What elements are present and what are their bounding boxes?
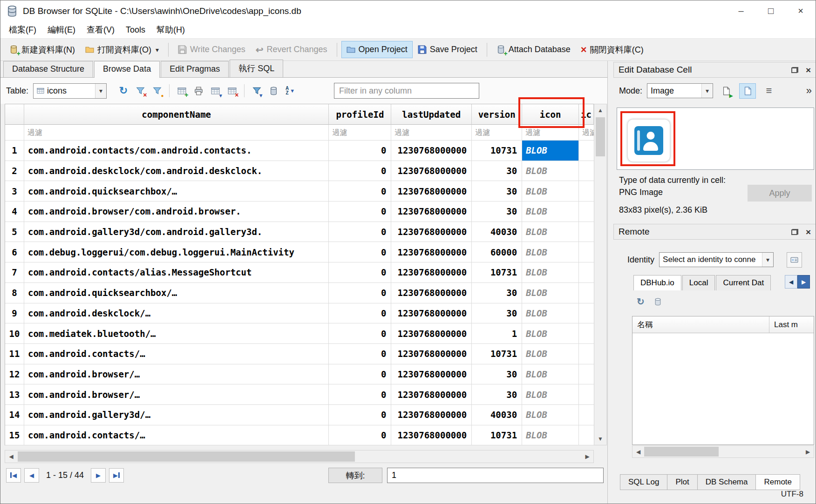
row-number[interactable]: 1 bbox=[5, 141, 24, 161]
tab-edit-pragmas[interactable]: Edit Pragmas bbox=[161, 61, 229, 77]
cell-overflow[interactable] bbox=[579, 303, 594, 324]
cell-lastupdated[interactable]: 1230768000000 bbox=[391, 242, 472, 262]
row-number[interactable]: 2 bbox=[5, 161, 24, 181]
column-header-profileid[interactable]: profileId bbox=[329, 104, 391, 125]
new-record-button[interactable]: + bbox=[173, 83, 190, 99]
tab-scroll-left-icon[interactable]: ◀ bbox=[785, 275, 797, 289]
cell-version[interactable]: 30 bbox=[472, 181, 522, 202]
vertical-scrollbar-thumb[interactable] bbox=[596, 117, 605, 156]
row-number[interactable]: 12 bbox=[5, 364, 24, 385]
scroll-right-icon[interactable]: ▶ bbox=[802, 446, 814, 457]
identity-select[interactable]: Select an identity to conne ▾ bbox=[659, 252, 774, 267]
table-select[interactable]: icons ▾ bbox=[33, 83, 107, 99]
cell-lastupdated[interactable]: 1230768000000 bbox=[391, 283, 472, 303]
dock-tab-remote[interactable]: Remote bbox=[755, 474, 800, 490]
sort-az-button[interactable]: AZ ▼ bbox=[282, 83, 299, 99]
cell-componentname[interactable]: com.android.contacts/alias.MessageShortc… bbox=[24, 262, 329, 283]
cell-lastupdated[interactable]: 1230768000000 bbox=[391, 425, 472, 446]
cell-icon[interactable]: BLOB bbox=[522, 323, 579, 344]
cell-version[interactable]: 30 bbox=[472, 161, 522, 181]
cell-lastupdated[interactable]: 1230768000000 bbox=[391, 141, 472, 161]
save-project-button[interactable]: Save Project bbox=[413, 41, 483, 58]
toolbar-overflow-icon[interactable]: » bbox=[806, 85, 812, 97]
next-record-button[interactable]: ▶ bbox=[91, 468, 106, 483]
cell-icon[interactable]: BLOB bbox=[522, 303, 579, 324]
cell-profileid[interactable]: 0 bbox=[329, 405, 391, 425]
cell-componentname[interactable]: com.android.deskclock/com.android.deskcl… bbox=[24, 161, 329, 181]
scroll-down-icon[interactable]: ▼ bbox=[594, 433, 606, 445]
cell-profileid[interactable]: 0 bbox=[329, 303, 391, 324]
cell-componentname[interactable]: com.mediatek.bluetooth/… bbox=[24, 323, 329, 344]
cell-lastupdated[interactable]: 1230768000000 bbox=[391, 364, 472, 385]
cell-componentname[interactable]: com.android.contacts/… bbox=[24, 344, 329, 364]
cell-profileid[interactable]: 0 bbox=[329, 384, 391, 405]
cell-version[interactable]: 30 bbox=[472, 202, 522, 222]
cell-version[interactable]: 60000 bbox=[472, 242, 522, 262]
goto-record-input[interactable] bbox=[387, 468, 604, 483]
cell-version[interactable]: 10731 bbox=[472, 344, 522, 364]
clear-filters-button[interactable]: × bbox=[132, 83, 149, 99]
close-button[interactable]: × bbox=[786, 0, 816, 21]
cell-profileid[interactable]: 0 bbox=[329, 344, 391, 364]
minimize-button[interactable]: – bbox=[726, 0, 756, 21]
menu-help[interactable]: 幫助(H) bbox=[151, 22, 190, 38]
scroll-left-icon[interactable]: ◀ bbox=[5, 450, 17, 463]
cell-icon[interactable]: BLOB bbox=[522, 181, 579, 202]
cell-overflow[interactable] bbox=[579, 283, 594, 303]
remote-tab-current[interactable]: Current Dat bbox=[716, 275, 771, 290]
cell-lastupdated[interactable]: 1230768000000 bbox=[391, 323, 472, 344]
row-number[interactable]: 7 bbox=[5, 262, 24, 283]
row-number[interactable]: 14 bbox=[5, 405, 24, 425]
refresh-remote-button[interactable]: ↻ bbox=[637, 296, 645, 307]
vertical-scrollbar[interactable]: ▲ ▼ bbox=[594, 104, 607, 445]
filter-input-version[interactable] bbox=[472, 125, 522, 140]
cell-profileid[interactable]: 0 bbox=[329, 364, 391, 385]
cell-componentname[interactable]: com.debug.loggerui/com.debug.loggerui.Ma… bbox=[24, 242, 329, 262]
cell-overflow[interactable] bbox=[579, 384, 594, 405]
cell-overflow[interactable] bbox=[579, 242, 594, 262]
last-record-button[interactable]: ▶ bbox=[109, 468, 124, 483]
cell-componentname[interactable]: com.android.gallery3d/… bbox=[24, 405, 329, 425]
cell-componentname[interactable]: com.android.contacts/… bbox=[24, 425, 329, 446]
cell-icon[interactable]: BLOB bbox=[522, 262, 579, 283]
cell-lastupdated[interactable]: 1230768000000 bbox=[391, 222, 472, 242]
filter-any-column-input[interactable] bbox=[334, 83, 479, 99]
cell-lastupdated[interactable]: 1230768000000 bbox=[391, 405, 472, 425]
filter-input-lastupdated[interactable] bbox=[391, 125, 471, 140]
cell-componentname[interactable]: com.android.quicksearchbox/… bbox=[24, 181, 329, 202]
cell-version[interactable]: 30 bbox=[472, 283, 522, 303]
new-database-button[interactable]: + 新建資料庫(N) bbox=[4, 40, 80, 59]
import-data-button[interactable]: ▶ bbox=[718, 83, 734, 99]
text-mode-button[interactable] bbox=[739, 83, 756, 99]
filter-input-partial[interactable] bbox=[579, 125, 594, 140]
horizontal-scrollbar-thumb[interactable] bbox=[18, 451, 355, 462]
cell-overflow[interactable] bbox=[579, 141, 594, 161]
cell-profileid[interactable]: 0 bbox=[329, 181, 391, 202]
cell-icon[interactable]: BLOB bbox=[522, 161, 579, 181]
dock-tab-sql-log[interactable]: SQL Log bbox=[620, 474, 667, 490]
goto-button[interactable]: 轉到: bbox=[328, 468, 382, 483]
row-number[interactable]: 5 bbox=[5, 222, 24, 242]
cell-lastupdated[interactable]: 1230768000000 bbox=[391, 181, 472, 202]
column-header-partial[interactable]: ic bbox=[579, 104, 594, 125]
cell-icon[interactable]: BLOB bbox=[522, 222, 579, 242]
remote-horizontal-scrollbar[interactable]: ◀ ▶ bbox=[632, 445, 814, 458]
cell-lastupdated[interactable]: 1230768000000 bbox=[391, 344, 472, 364]
cell-componentname[interactable]: com.android.deskclock/… bbox=[24, 303, 329, 324]
tab-scroll-right-icon[interactable]: ▶ bbox=[797, 275, 810, 289]
remote-scrollbar-thumb[interactable] bbox=[644, 447, 719, 457]
cell-overflow[interactable] bbox=[579, 344, 594, 364]
cell-icon[interactable]: BLOB bbox=[522, 202, 579, 222]
cell-profileid[interactable]: 0 bbox=[329, 283, 391, 303]
row-number[interactable]: 9 bbox=[5, 303, 24, 324]
row-number[interactable]: 6 bbox=[5, 242, 24, 262]
cell-lastupdated[interactable]: 1230768000000 bbox=[391, 262, 472, 283]
remote-column-name[interactable]: 名稱 bbox=[632, 316, 769, 333]
menu-edit[interactable]: 編輯(E) bbox=[42, 22, 81, 38]
menu-tools[interactable]: Tools bbox=[120, 23, 151, 37]
close-database-button[interactable]: × 關閉資料庫(C) bbox=[576, 40, 649, 59]
cell-version[interactable]: 30 bbox=[472, 384, 522, 405]
cell-version[interactable]: 40030 bbox=[472, 222, 522, 242]
scroll-right-icon[interactable]: ▶ bbox=[581, 450, 593, 463]
row-number[interactable]: 13 bbox=[5, 384, 24, 405]
